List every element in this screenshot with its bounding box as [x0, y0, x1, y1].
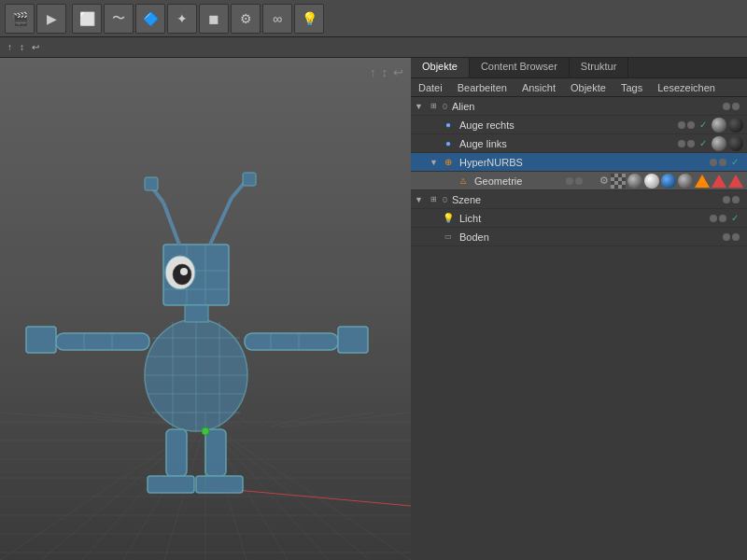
icon-szene: ⊞	[426, 192, 441, 207]
mat-checker-1[interactable]	[611, 174, 626, 189]
tree-row-alien[interactable]: ▼ ⊞ 0 Alien	[411, 97, 747, 116]
viewport-3d[interactable]: ↑ ↕ ↩	[0, 58, 411, 560]
arrow-left-icon: ↩	[393, 65, 403, 79]
toolbar-btn-spline[interactable]: 〜	[104, 4, 134, 34]
dot1	[678, 140, 685, 147]
dots-licht	[710, 215, 726, 222]
label-boden: Boden	[458, 231, 723, 243]
toolbar-btn-nurbs[interactable]: 🔷	[135, 4, 165, 34]
dot2	[719, 159, 726, 166]
svg-rect-65	[148, 476, 194, 493]
toolbar-btn-light[interactable]: 💡	[294, 4, 324, 34]
svg-rect-55	[185, 305, 208, 322]
dot2	[575, 177, 583, 185]
svg-rect-67	[196, 476, 243, 493]
arrow-up-icon: ↑	[370, 65, 376, 79]
dot1	[710, 215, 717, 222]
dot2-alien	[732, 103, 740, 110]
icon-alien: ⊞	[426, 99, 441, 114]
secondary-toolbar: ↑ ↕ ↩	[0, 37, 747, 58]
mat-gear-icon[interactable]: ⚙	[599, 175, 609, 187]
check-auge-links: ✓	[699, 138, 711, 148]
svg-point-68	[202, 427, 209, 435]
label-hypernurbs: HyperNURBS	[458, 157, 710, 168]
dots-szene	[723, 196, 740, 203]
svg-rect-66	[205, 429, 226, 476]
mat-sphere-3[interactable]	[627, 174, 642, 189]
scale-icon[interactable]: ↩	[28, 42, 43, 52]
icon-licht: 💡	[441, 211, 456, 226]
label-auge-rechts: Auge rechts	[458, 119, 678, 131]
mat-sphere-1[interactable]	[712, 118, 726, 133]
menu-tags[interactable]: Tags	[613, 80, 650, 95]
check-licht: ✓	[731, 213, 742, 223]
label-szene: Szene	[450, 194, 723, 205]
dot1	[566, 177, 573, 185]
menu-datei[interactable]: Datei	[411, 80, 450, 95]
tree-row-boden[interactable]: ▭ Boden	[411, 228, 747, 246]
check-auge-rechts: ✓	[699, 119, 711, 130]
tree-row-szene[interactable]: ▼ ⊞ 0 Szene	[411, 190, 747, 209]
materials-auge-links	[712, 136, 743, 151]
toolbar-btn-camera[interactable]: ∞	[262, 4, 292, 34]
tree-row-licht[interactable]: 💡 Licht ✓	[411, 209, 747, 228]
dot2	[687, 121, 695, 129]
dots-auge-rechts	[678, 121, 695, 129]
svg-point-48	[180, 268, 188, 275]
tab-objekte[interactable]: Objekte	[411, 58, 470, 77]
mat-sphere-black-2[interactable]	[728, 136, 743, 151]
level-alien: 0	[443, 102, 447, 111]
svg-rect-63	[338, 327, 368, 353]
dot1	[710, 159, 717, 166]
dot2	[732, 196, 740, 203]
viewport-scene	[0, 58, 411, 560]
tree-row-geometrie[interactable]: △ Geometrie ⚙	[411, 172, 747, 190]
dot1	[723, 233, 730, 241]
icon-auge-rechts: ●	[441, 118, 456, 133]
check-hypernurbs: ✓	[731, 157, 742, 167]
toolbar-btn-film[interactable]: 🎬	[5, 4, 35, 34]
menu-lesezeichen[interactable]: Lesezeichen	[650, 80, 723, 95]
tab-content-browser[interactable]: Content Browser	[470, 58, 570, 77]
mat-sphere-black-1[interactable]	[728, 118, 743, 133]
menu-objekte[interactable]: Objekte	[563, 80, 613, 95]
mat-tri-1[interactable]	[695, 175, 710, 188]
dot2	[732, 233, 740, 241]
mat-tri-red-1[interactable]	[712, 175, 726, 188]
menu-bearbeiten[interactable]: Bearbeiten	[450, 80, 514, 95]
dot1	[678, 121, 685, 129]
tab-struktur[interactable]: Struktur	[570, 58, 629, 77]
tree-row-auge-links[interactable]: ● Auge links ✓	[411, 134, 747, 153]
icon-auge-links: ●	[441, 136, 456, 151]
dot2	[719, 215, 726, 222]
object-tree: ▼ ⊞ 0 Alien ● Auge rechts ✓	[411, 97, 747, 560]
tree-row-hypernurbs[interactable]: ▼ ⊕ HyperNURBS ✓	[411, 153, 747, 172]
viewport-arrows: ↑ ↕ ↩	[370, 65, 403, 79]
icon-geometrie: △	[456, 174, 471, 189]
dots-auge-links	[678, 140, 695, 147]
toolbar-btn-scene[interactable]: ⚙	[231, 4, 261, 34]
mat-sphere-2[interactable]	[712, 136, 726, 151]
toolbar-btn-deform[interactable]: ✦	[167, 4, 197, 34]
toolbar-btn-play[interactable]: ▶	[36, 4, 66, 34]
dot2	[687, 140, 695, 147]
dots-geometrie	[566, 177, 583, 185]
menu-bar: Datei Bearbeiten Ansicht Objekte Tags Le…	[411, 78, 747, 97]
mat-sphere-white-1[interactable]	[644, 174, 659, 189]
menu-ansicht[interactable]: Ansicht	[514, 80, 563, 95]
toolbar-btn-cube[interactable]: ⬜	[72, 4, 102, 34]
tree-row-auge-rechts[interactable]: ● Auge rechts ✓	[411, 116, 747, 134]
label-auge-links: Auge links	[458, 138, 678, 149]
expand-szene[interactable]: ▼	[415, 195, 424, 204]
move-icon2[interactable]: ↕	[16, 42, 28, 52]
expand-hypernurbs[interactable]: ▼	[430, 158, 439, 167]
mat-tri-red-2[interactable]	[728, 175, 743, 188]
toolbar-btn-create[interactable]: ◼	[199, 4, 229, 34]
materials-auge-rechts	[712, 118, 743, 133]
expand-alien[interactable]: ▼	[415, 102, 424, 111]
mat-sphere-4[interactable]	[678, 174, 693, 189]
label-geometrie: Geometrie	[472, 175, 566, 187]
move-icon[interactable]: ↑	[4, 42, 16, 52]
right-panel: Objekte Content Browser Struktur Datei B…	[411, 58, 747, 560]
mat-sphere-blue-1[interactable]	[661, 174, 676, 189]
